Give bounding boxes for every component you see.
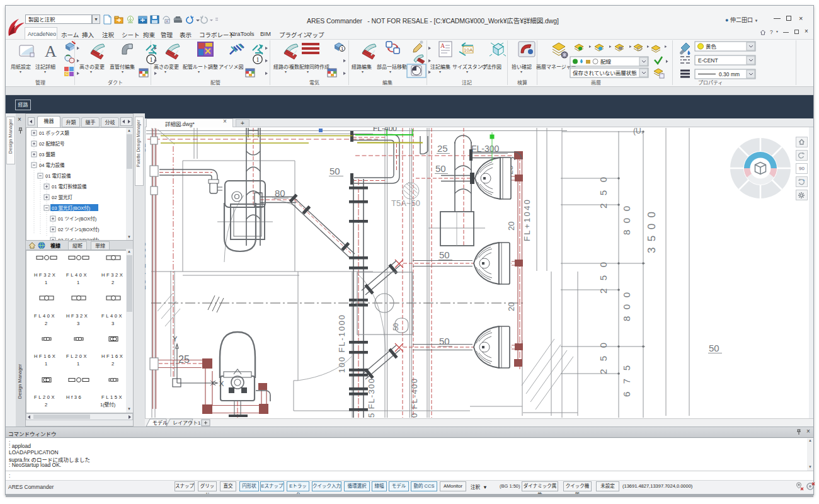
svg-text:50: 50 [709, 343, 719, 353]
svg-text:(U.: (U. [633, 127, 643, 135]
svg-text:2: 2 [45, 402, 49, 408]
svg-text:25: 25 [437, 143, 448, 154]
svg-text:02 蛍光灯: 02 蛍光灯 [52, 194, 72, 200]
svg-text:E-CENT: E-CENT [698, 57, 718, 64]
svg-text:02 配線記号: 02 配線記号 [39, 140, 64, 147]
svg-text:03 蛍光灯(BOX付): 03 蛍光灯(BOX付) [52, 205, 91, 211]
svg-text:1: 1 [77, 280, 81, 285]
svg-text:HF32X: HF32X [66, 313, 89, 319]
svg-text:01 ツイン(BOX付): 01 ツイン(BOX付) [58, 215, 97, 222]
svg-text:HF32X: HF32X [101, 272, 124, 278]
svg-text:01 電灯設備: 01 電灯設備 [45, 173, 71, 179]
svg-text:800: 800 [621, 206, 632, 235]
svg-text:1: 1 [45, 361, 49, 367]
svg-text:モデル: モデル [152, 420, 168, 426]
svg-text:25: 25 [178, 354, 190, 365]
svg-text:50: 50 [329, 166, 340, 176]
svg-text:50: 50 [435, 163, 446, 174]
svg-text:3500: 3500 [646, 212, 658, 253]
svg-text:Y: Y [173, 335, 178, 343]
svg-text:50: 50 [439, 249, 450, 260]
svg-text:800: 800 [621, 292, 632, 321]
svg-text:10A: 10A [464, 47, 473, 53]
svg-text:1(壁付): 1(壁付) [100, 401, 116, 408]
svg-text:20: 20 [507, 302, 516, 311]
svg-text:250: 250 [598, 262, 609, 294]
svg-text:X: X [219, 380, 224, 387]
svg-text:FL40X: FL40X [101, 313, 123, 319]
svg-text:保存されていない画層状態: 保存されていない画層状態 [573, 70, 637, 76]
svg-text:04 電力設備: 04 電力設備 [39, 162, 65, 168]
svg-text:レイアウト1: レイアウト1 [173, 420, 201, 426]
svg-text:100 FL-1000: 100 FL-1000 [337, 315, 346, 373]
svg-text:250: 250 [598, 343, 609, 374]
svg-text:01 ボックス類: 01 ボックス類 [39, 130, 69, 136]
svg-text:FL20X: FL20X [34, 394, 56, 400]
svg-text:25 FL-300: 25 FL-300 [145, 242, 147, 290]
svg-text:03 盤類: 03 盤類 [39, 151, 55, 158]
svg-text:02 ツイン1(BOX付): 02 ツイン1(BOX付) [58, 226, 100, 232]
svg-text:0 FL-400: 0 FL-400 [410, 379, 419, 418]
svg-text:50: 50 [392, 323, 399, 331]
svg-text:配線: 配線 [600, 59, 612, 65]
svg-text:A: A [440, 42, 445, 49]
svg-text:FL-400: FL-400 [373, 127, 397, 133]
svg-text:FL40X: FL40X [34, 313, 56, 319]
svg-text:FL20X: FL20X [66, 353, 88, 359]
svg-text:03 ツイン2(BOX付): 03 ツイン2(BOX付) [58, 237, 100, 240]
svg-text:T5A~50: T5A~50 [391, 198, 420, 208]
svg-text:1: 1 [45, 280, 49, 285]
svg-text:5 FL-300: 5 FL-300 [367, 379, 376, 418]
svg-text:FL15X: FL15X [101, 394, 123, 400]
svg-text:675: 675 [621, 365, 632, 397]
svg-text:HF32X: HF32X [34, 272, 57, 278]
svg-text:2: 2 [45, 321, 49, 326]
svg-text:250: 250 [598, 177, 609, 209]
svg-text:A: A [45, 42, 57, 60]
svg-text:黄色: 黄色 [706, 43, 717, 50]
svg-text:3d: 3d [145, 144, 147, 152]
svg-text:FL40X: FL40X [66, 272, 88, 278]
svg-text:2: 2 [112, 280, 116, 285]
svg-text:2: 2 [112, 361, 116, 367]
svg-text:Hf36: Hf36 [66, 394, 83, 400]
svg-text:0.30 mm: 0.30 mm [719, 71, 740, 77]
svg-text:50: 50 [439, 336, 450, 346]
svg-text:01 電灯幹線設備: 01 電灯幹線設備 [52, 183, 87, 190]
svg-text:20: 20 [507, 222, 516, 231]
svg-text:1: 1 [341, 46, 344, 52]
svg-text:HF16X: HF16X [34, 353, 57, 359]
svg-text:C: C [66, 72, 69, 76]
svg-text:FL+1040: FL+1040 [522, 200, 532, 241]
svg-text:3: 3 [77, 321, 81, 326]
svg-text:HF16X: HF16X [101, 353, 124, 359]
svg-text:3: 3 [112, 321, 116, 326]
svg-text:1: 1 [77, 361, 81, 367]
